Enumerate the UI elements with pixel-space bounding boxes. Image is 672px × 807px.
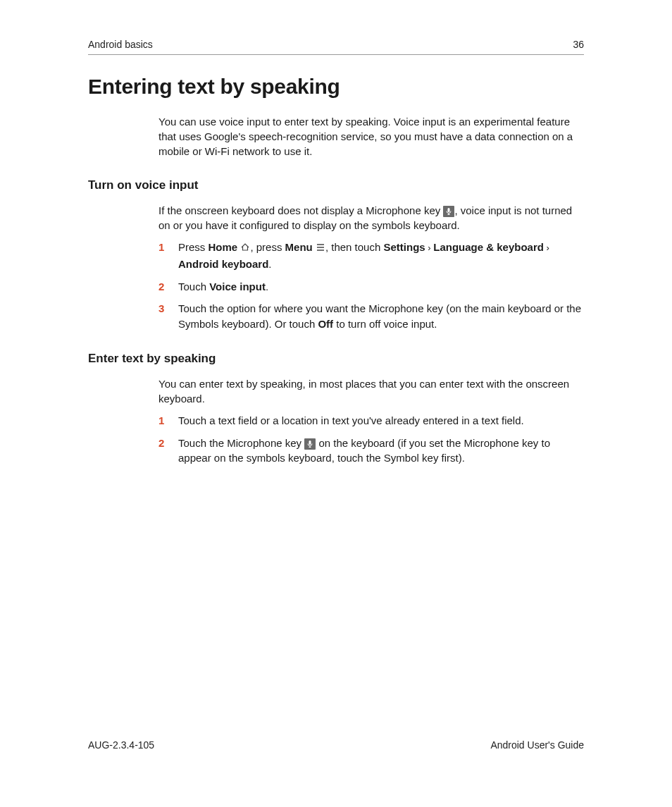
footer-doc-id: AUG-2.3.4-105 [88, 739, 154, 751]
step-2: Touch the Microphone key on the keyboard… [158, 436, 584, 467]
footer-doc-title: Android User's Guide [490, 739, 584, 751]
microphone-icon [304, 438, 316, 450]
header-section: Android basics [88, 39, 153, 50]
menu-icon [316, 241, 325, 257]
step-1: Press Home , press Menu , then touch Set… [158, 240, 584, 272]
page-title: Entering text by speaking [88, 75, 584, 99]
intro-paragraph: You can use voice input to enter text by… [158, 114, 584, 159]
home-icon [240, 241, 250, 257]
microphone-icon [443, 206, 454, 217]
section-heading-voice-input: Turn on voice input [88, 178, 584, 192]
step-2: Touch Voice input. [158, 279, 584, 295]
section1-steps: Press Home , press Menu , then touch Set… [158, 240, 584, 332]
section2-body: You can enter text by speaking, in most … [158, 376, 584, 406]
section1-body: If the onscreen keyboard does not displa… [158, 203, 584, 233]
step-1: Touch a text field or a location in text… [158, 413, 584, 429]
header-page-number: 36 [573, 39, 584, 50]
step-3: Touch the option for where you want the … [158, 301, 584, 332]
header-rule [88, 54, 584, 55]
section-heading-enter-text: Enter text by speaking [88, 352, 584, 366]
page-footer: AUG-2.3.4-105 Android User's Guide [88, 739, 584, 751]
page-header: Android basics 36 [88, 39, 584, 50]
section2-steps: Touch a text field or a location in text… [158, 413, 584, 466]
